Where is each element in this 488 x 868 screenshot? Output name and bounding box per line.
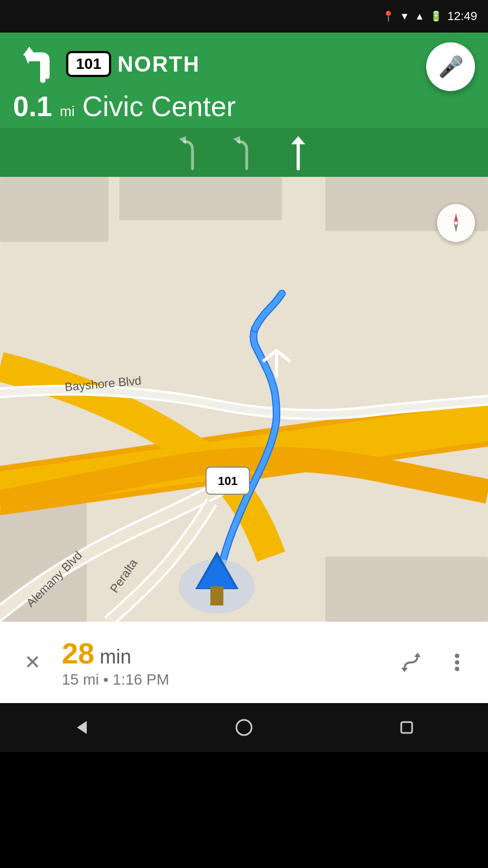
svg-marker-23: [454, 223, 458, 233]
map-area[interactable]: 101 Bayshore Blvd Alemany Blvd Peralta: [0, 177, 488, 622]
distance-value: 0.1: [13, 92, 52, 120]
svg-text:101: 101: [218, 474, 238, 488]
status-bar: 📍 ▼ ▲ 🔋 12:49: [0, 0, 488, 33]
street-name: Civic Center: [82, 90, 236, 123]
highway-badge: 101 NORTH: [66, 51, 200, 77]
svg-marker-24: [414, 653, 421, 657]
svg-rect-6: [0, 177, 108, 242]
microphone-icon: 🎤: [438, 55, 464, 79]
trip-info: 28 min 15 mi • 1:16 PM: [49, 636, 396, 688]
highway-shield: 101: [66, 51, 111, 77]
wifi-icon: ▼: [400, 11, 409, 22]
svg-marker-22: [454, 213, 458, 223]
svg-rect-21: [210, 586, 223, 605]
lane-guidance: [0, 128, 488, 177]
svg-marker-4: [291, 136, 305, 144]
trip-minutes: 28: [62, 636, 94, 670]
recents-icon: [397, 718, 416, 737]
signal-icon: ▲: [415, 11, 425, 22]
svg-point-26: [455, 654, 459, 658]
route-options-button[interactable]: [396, 648, 426, 678]
highway-direction: NORTH: [118, 52, 200, 76]
close-icon: ✕: [24, 651, 41, 674]
svg-point-30: [236, 720, 252, 735]
back-button[interactable]: [65, 711, 98, 744]
svg-marker-29: [77, 721, 87, 734]
svg-rect-10: [325, 557, 488, 622]
more-options-icon: [454, 652, 460, 673]
system-nav-bar: [0, 703, 488, 752]
svg-rect-7: [119, 177, 282, 220]
lane-left-turn-1: [176, 133, 209, 171]
lane-left-turn-2: [230, 133, 263, 171]
compass-button[interactable]: [437, 204, 475, 242]
svg-marker-3: [233, 136, 240, 144]
svg-point-28: [455, 667, 459, 671]
svg-point-27: [455, 660, 459, 665]
svg-rect-31: [401, 722, 412, 733]
bottom-actions: [396, 648, 472, 678]
more-options-button[interactable]: [442, 648, 472, 678]
nav-header: 101 NORTH 🎤 0.1 mi Civic Center: [0, 33, 488, 128]
distance-unit: mi: [60, 103, 74, 120]
recents-button[interactable]: [390, 711, 423, 744]
bottom-bar: ✕ 28 min 15 mi • 1:16 PM: [0, 622, 488, 703]
mic-button[interactable]: 🎤: [426, 42, 475, 91]
svg-marker-2: [179, 136, 186, 144]
status-time: 12:49: [447, 9, 477, 23]
route-options-icon: [400, 652, 422, 673]
home-button[interactable]: [228, 711, 260, 744]
battery-icon: 🔋: [430, 10, 442, 22]
trip-min-label: min: [100, 646, 131, 668]
turn-arrow-icon: [13, 42, 56, 86]
close-button[interactable]: ✕: [16, 646, 49, 679]
location-pin-icon: 📍: [382, 10, 394, 22]
compass-icon: [444, 211, 468, 235]
back-icon: [72, 718, 91, 737]
lane-straight-active: [285, 133, 312, 171]
home-icon: [234, 718, 254, 737]
trip-details: 15 mi • 1:16 PM: [62, 671, 396, 688]
svg-marker-25: [401, 668, 408, 672]
